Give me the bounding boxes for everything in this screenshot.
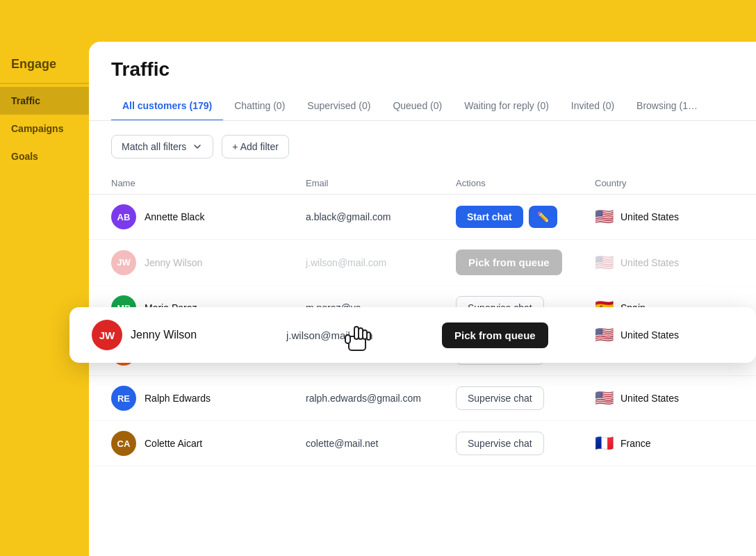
tab-queued[interactable]: Queued (0) [381,92,453,121]
top-bar [0,0,756,42]
actions-cell: Pick from queue [456,250,595,275]
tab-waiting[interactable]: Waiting for reply (0) [453,92,560,121]
table-row: JW Jenny Wilson j.wilson@mail.com Pick f… [89,240,756,286]
customer-name: Ralph Edwards [145,393,211,404]
sidebar: Engage Traffic Campaigns Goals [0,42,89,556]
country-cell: 🇺🇸 United States [595,327,734,343]
actions-cell: Start chat ✏️ [456,206,595,228]
customer-name: Jenny Wilson [145,257,202,268]
jenny-wilson-tooltip-row: JW Jenny Wilson j.wilson@mail.com Pick f… [69,307,756,363]
country-cell: 🇺🇸 United States [595,255,734,270]
customer-name: Jenny Wilson [131,329,197,341]
col-actions: Actions [456,178,595,188]
sidebar-item-traffic[interactable]: Traffic [0,87,89,115]
col-email: Email [306,178,456,188]
name-cell: AB Annette Black [111,204,306,229]
country-name: United States [621,329,679,341]
name-cell: JW Jenny Wilson [111,250,306,275]
country-name: United States [621,211,679,222]
add-filter-label: + Add filter [232,141,279,152]
flag-icon: 🇺🇸 [595,209,614,224]
country-cell: 🇺🇸 United States [595,391,734,406]
email-cell: ralph.edwards@gmail.com [306,393,456,404]
sidebar-item-campaigns[interactable]: Campaigns [0,115,89,142]
country-name: France [621,438,651,449]
col-country: Country [595,178,734,188]
country-name: United States [621,257,679,268]
sidebar-engage-label: Engage [0,49,89,80]
country-cell: 🇺🇸 United States [595,209,734,224]
col-name: Name [111,178,306,188]
tab-browsing[interactable]: Browsing (1… [625,92,709,121]
actions-cell: Supervise chat [456,386,595,410]
pick-from-queue-button[interactable]: Pick from queue [442,322,548,348]
match-filter-dropdown[interactable]: Match all filters [111,135,213,158]
pick-from-queue-button[interactable]: Pick from queue [456,250,562,275]
tab-supervised[interactable]: Supervised (0) [296,92,381,121]
customer-name: Colette Aicart [145,438,202,449]
email-cell: j.wilson@mail.com [306,257,456,268]
avatar: JW [111,250,136,275]
edit-button[interactable]: ✏️ [529,206,557,228]
name-cell: JW Jenny Wilson [92,320,286,350]
avatar: JW [92,320,122,350]
email-cell: j.wilson@mail.com [286,329,442,341]
email-cell: a.black@gmail.com [306,211,456,222]
avatar: CA [111,431,136,456]
name-cell: CA Colette Aicart [111,431,306,456]
table-header: Name Email Actions Country [89,172,756,195]
table-row: CA Colette Aicart colette@mail.net Super… [89,421,756,466]
supervise-chat-button[interactable]: Supervise chat [456,432,544,455]
email-cell: colette@mail.net [306,438,456,449]
flag-icon: 🇫🇷 [595,436,614,451]
avatar: RE [111,386,136,411]
add-filter-button[interactable]: + Add filter [222,135,289,158]
tab-invited[interactable]: Invited (0) [560,92,625,121]
tab-all-customers[interactable]: All customers (179) [111,92,223,121]
flag-icon: 🇺🇸 [595,327,614,343]
tab-chatting[interactable]: Chatting (0) [223,92,296,121]
actions-cell: Pick from queue [442,322,595,348]
chevron-down-icon [192,141,203,152]
country-cell: 🇫🇷 France [595,436,734,451]
name-cell: RE Ralph Edwards [111,386,306,411]
page-title: Traffic [89,42,756,81]
match-filter-label: Match all filters [122,141,186,152]
avatar: AB [111,204,136,229]
country-name: United States [621,393,679,404]
flag-icon: 🇺🇸 [595,255,614,270]
start-chat-button[interactable]: Start chat [456,206,523,228]
supervise-chat-button[interactable]: Supervise chat [456,386,544,410]
main-panel: Traffic All customers (179) Chatting (0)… [89,42,756,556]
filter-bar: Match all filters + Add filter [89,121,756,172]
sidebar-item-goals[interactable]: Goals [0,142,89,170]
sidebar-divider [0,83,89,84]
flag-icon: 🇺🇸 [595,391,614,406]
tabs-bar: All customers (179) Chatting (0) Supervi… [89,92,756,121]
customer-name: Annette Black [145,211,204,222]
table-row: RE Ralph Edwards ralph.edwards@gmail.com… [89,376,756,421]
actions-cell: Supervise chat [456,432,595,455]
table-row: AB Annette Black a.black@gmail.com Start… [89,195,756,240]
